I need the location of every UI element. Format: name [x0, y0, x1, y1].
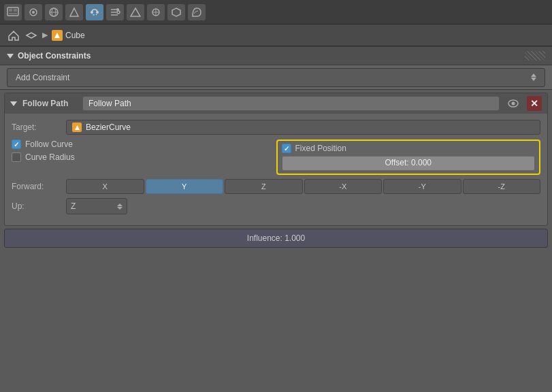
breadcrumb: ▶ Cube [0, 24, 552, 46]
target-content: BezierCurve [66, 120, 540, 135]
render-icon[interactable] [4, 4, 22, 20]
object-data-icon[interactable] [167, 4, 185, 20]
section-header: Object Constraints [0, 46, 552, 65]
forward-axis-neg-z-button[interactable]: -Z [463, 179, 541, 194]
target-input[interactable]: BezierCurve [66, 120, 540, 135]
forward-row: Forward: X Y Z -X -Y -Z [12, 179, 540, 194]
toolbar [0, 0, 552, 24]
constraint-body: Target: BezierCurve [5, 114, 547, 225]
particles-icon[interactable] [127, 4, 144, 20]
breadcrumb-separator: ▶ [42, 31, 48, 39]
render-props-icon[interactable] [25, 4, 42, 20]
offset-input[interactable]: Offset: 0.000 [282, 156, 536, 171]
add-constraint-button[interactable]: Add Constraint [7, 68, 545, 87]
constraint-visibility-button[interactable] [505, 96, 521, 111]
follow-curve-row: Follow Curve [12, 140, 276, 149]
forward-axis-x-button[interactable]: X [66, 179, 144, 194]
curve-radius-row: Curve Radius [12, 152, 276, 162]
fixed-position-checkbox[interactable] [282, 144, 291, 153]
scene-icon[interactable] [45, 4, 63, 20]
forward-axis-y-button[interactable]: Y [146, 179, 224, 194]
influence-value: Influence: 1.000 [247, 233, 305, 243]
constraint-name-input[interactable] [82, 96, 500, 111]
svg-marker-14 [131, 8, 140, 16]
svg-marker-9 [70, 8, 78, 16]
arrow-down-icon [531, 78, 536, 81]
home-icon[interactable] [7, 29, 20, 42]
world-icon[interactable] [65, 4, 83, 20]
constraint-fold-icon[interactable] [10, 101, 17, 106]
materials-icon[interactable] [188, 4, 206, 20]
svg-point-13 [117, 11, 120, 14]
offset-value: Offset: 0.000 [385, 158, 432, 167]
fixed-position-label: Fixed Position [295, 144, 346, 153]
section-fold-icon[interactable] [7, 54, 14, 59]
constraint-header: Follow Path ✕ [5, 93, 547, 114]
up-select[interactable]: Z [66, 198, 127, 214]
fixed-position-row: Fixed Position [282, 144, 536, 153]
forward-axis-neg-x-button[interactable]: -X [304, 179, 383, 194]
svg-rect-2 [14, 9, 17, 12]
follow-curve-label: Follow Curve [25, 140, 73, 149]
target-object-icon [72, 122, 82, 132]
up-value: Z [71, 201, 76, 211]
modifiers-icon[interactable] [106, 4, 124, 20]
left-options-col: Follow Curve Curve Radius [12, 140, 276, 162]
add-constraint-bar: Add Constraint [0, 65, 552, 90]
object-name: Cube [65, 31, 85, 40]
up-label: Up: [12, 201, 66, 211]
forward-label: Forward: [12, 182, 66, 191]
properties-panel: Object Constraints Add Constraint Follow… [0, 46, 552, 392]
physics-icon[interactable] [147, 4, 165, 20]
forward-axis-neg-y-button[interactable]: -Y [383, 179, 461, 194]
svg-point-19 [512, 102, 515, 105]
constraint-block: Follow Path ✕ Target: [4, 93, 548, 226]
curve-radius-checkbox[interactable] [12, 152, 21, 162]
object-name-container: Cube [52, 30, 85, 41]
svg-rect-1 [9, 9, 12, 12]
influence-bar[interactable]: Influence: 1.000 [4, 229, 548, 248]
target-row: Target: BezierCurve [12, 119, 540, 135]
curve-radius-label: Curve Radius [25, 152, 75, 162]
section-title: Object Constraints [18, 51, 91, 61]
layer-icon[interactable] [25, 29, 38, 42]
forward-axis-z-button[interactable]: Z [225, 179, 303, 194]
up-row: Up: Z [12, 198, 540, 214]
right-options-col: Fixed Position Offset: 0.000 [276, 140, 541, 175]
constraints-icon[interactable] [86, 4, 103, 20]
add-constraint-arrows [531, 74, 536, 81]
fixed-position-highlight: Fixed Position Offset: 0.000 [276, 140, 541, 175]
svg-point-5 [32, 11, 35, 14]
constraint-type-label: Follow Path [22, 99, 77, 108]
arrow-up-icon [531, 74, 536, 77]
forward-axis-buttons: X Y Z -X -Y -Z [66, 179, 540, 194]
svg-rect-3 [9, 13, 17, 14]
target-label: Target: [12, 122, 66, 132]
follow-curve-checkbox[interactable] [12, 140, 21, 149]
add-constraint-label: Add Constraint [16, 73, 69, 82]
options-row: Follow Curve Curve Radius Fixed Posit [12, 140, 540, 175]
object-type-icon [52, 30, 63, 41]
target-value: BezierCurve [86, 122, 131, 132]
constraint-delete-button[interactable]: ✕ [527, 96, 542, 111]
